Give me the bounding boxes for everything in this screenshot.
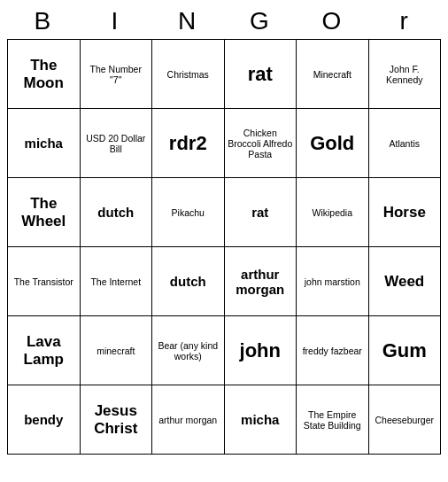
cell-r5-c1: Jesus Christ bbox=[80, 385, 152, 455]
cell-r5-c0: bendy bbox=[8, 385, 81, 455]
cell-r0-c2: Christmas bbox=[152, 40, 225, 109]
header-o: O bbox=[297, 7, 369, 35]
header-n: N bbox=[151, 7, 224, 35]
cell-r1-c4: Gold bbox=[297, 109, 369, 178]
cell-r4-c5: Gum bbox=[368, 316, 441, 385]
header-r: r bbox=[368, 7, 441, 35]
cell-r2-c0: The Wheel bbox=[8, 178, 81, 247]
cell-r2-c4: Wikipedia bbox=[297, 178, 369, 247]
header-b: B bbox=[7, 7, 80, 35]
bingo-header: B I N G O r bbox=[7, 7, 441, 35]
header-g: G bbox=[224, 7, 297, 35]
cell-r5-c2: arthur morgan bbox=[152, 385, 225, 455]
cell-r5-c4: The Empire State Building bbox=[297, 385, 369, 455]
cell-r3-c1: The Internet bbox=[80, 247, 152, 316]
cell-r3-c4: john marstion bbox=[297, 247, 369, 316]
cell-r0-c0: The Moon bbox=[8, 40, 81, 109]
cell-r0-c5: John F. Kennedy bbox=[368, 40, 441, 109]
cell-r5-c3: micha bbox=[224, 385, 297, 455]
cell-r4-c0: Lava Lamp bbox=[8, 316, 81, 385]
cell-r4-c3: john bbox=[224, 316, 297, 385]
cell-r0-c3: rat bbox=[224, 40, 297, 109]
cell-r1-c5: Atlantis bbox=[368, 109, 441, 178]
cell-r2-c3: rat bbox=[224, 178, 297, 247]
cell-r0-c4: Minecraft bbox=[297, 40, 369, 109]
cell-r4-c1: minecraft bbox=[80, 316, 152, 385]
bingo-grid: The MoonThe Number "7"ChristmasratMinecr… bbox=[7, 39, 441, 455]
cell-r1-c1: USD 20 Dollar Bill bbox=[80, 109, 152, 178]
cell-r1-c0: micha bbox=[8, 109, 81, 178]
cell-r3-c3: arthur morgan bbox=[224, 247, 297, 316]
header-i: I bbox=[80, 7, 152, 35]
cell-r2-c1: dutch bbox=[80, 178, 152, 247]
cell-r5-c5: Cheeseburger bbox=[368, 385, 441, 455]
cell-r1-c3: Chicken Broccoli Alfredo Pasta bbox=[224, 109, 297, 178]
cell-r4-c2: Bear (any kind works) bbox=[152, 316, 225, 385]
cell-r2-c2: Pikachu bbox=[152, 178, 225, 247]
cell-r3-c5: Weed bbox=[368, 247, 441, 316]
cell-r4-c4: freddy fazbear bbox=[297, 316, 369, 385]
cell-r1-c2: rdr2 bbox=[152, 109, 225, 178]
cell-r3-c0: The Transistor bbox=[8, 247, 81, 316]
cell-r0-c1: The Number "7" bbox=[80, 40, 152, 109]
cell-r2-c5: Horse bbox=[368, 178, 441, 247]
cell-r3-c2: dutch bbox=[152, 247, 225, 316]
